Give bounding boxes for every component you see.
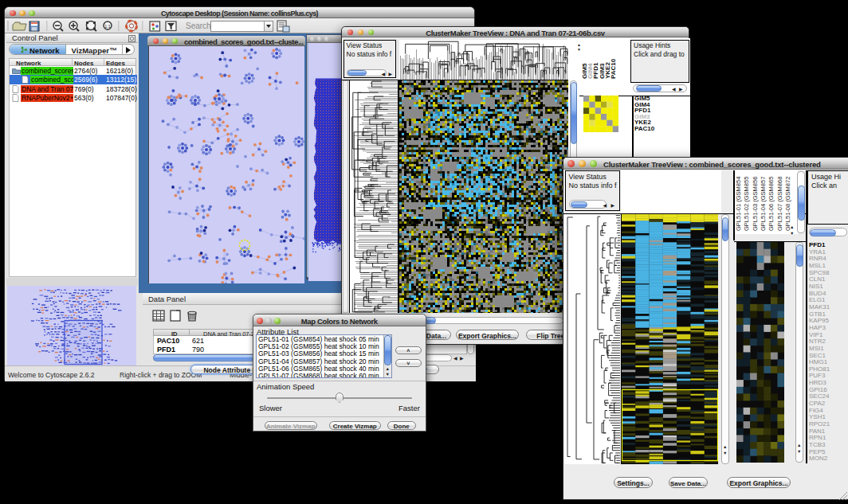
svg-text:GPL51-04 (GSM857: GPL51-04 (GSM857 [760,177,767,231]
svg-text:PAC10: PAC10 [610,58,617,79]
svg-text:GPL51-01 (GSM854: GPL51-01 (GSM854 [735,177,742,231]
svg-text:GPL51-02 (GSM855: GPL51-02 (GSM855 [743,177,750,231]
svg-text:GPL51-07 (GSM868: GPL51-07 (GSM868 [776,177,783,231]
svg-text:1:1: 1:1 [104,24,111,29]
svg-text:GPL51-06 (GSM865: GPL51-06 (GSM865 [768,177,775,231]
svg-text:GPL51-08 (GSM872: GPL51-08 (GSM872 [784,177,791,231]
svg-text:GPL51-03 (GSM856: GPL51-03 (GSM856 [752,177,759,231]
